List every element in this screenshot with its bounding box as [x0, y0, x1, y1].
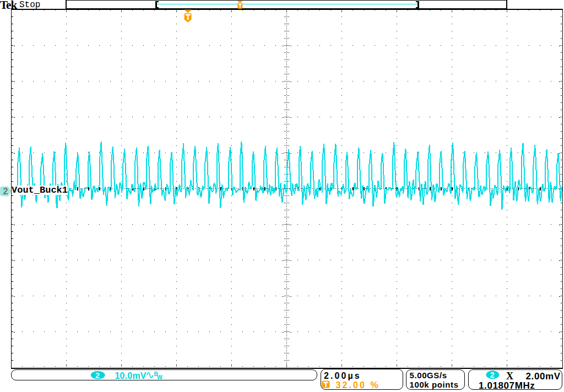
- svg-text:10.0mV: 10.0mV: [115, 371, 147, 380]
- svg-text:2: 2: [490, 371, 495, 379]
- svg-text:2: 2: [95, 371, 100, 380]
- svg-text:2: 2: [3, 187, 8, 196]
- svg-text:W: W: [157, 374, 162, 380]
